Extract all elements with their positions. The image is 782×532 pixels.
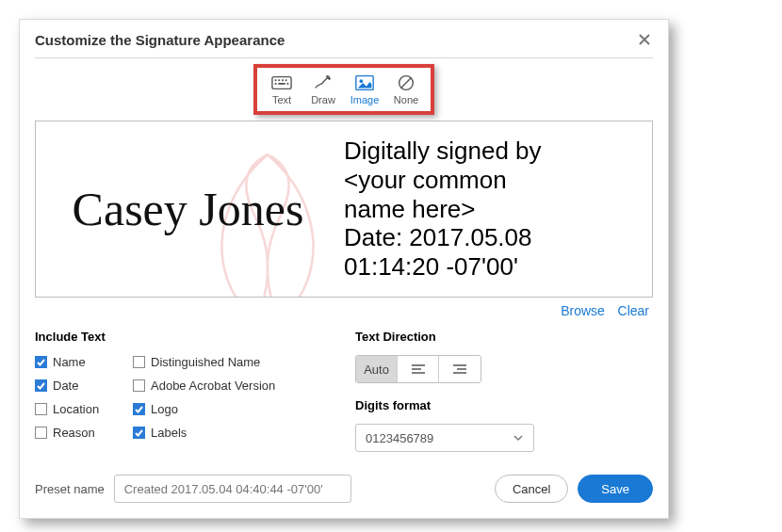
mode-image-label: Image bbox=[350, 94, 380, 105]
checkbox-icon bbox=[35, 379, 47, 392]
preview-line: Digitally signed by bbox=[344, 137, 648, 166]
svg-rect-7 bbox=[287, 83, 289, 85]
save-button[interactable]: Save bbox=[578, 475, 653, 503]
draw-icon bbox=[313, 73, 334, 92]
checkbox-label: Adobe Acrobat Version bbox=[151, 379, 275, 393]
checkbox-label: Distinguished Name bbox=[151, 355, 260, 369]
svg-rect-3 bbox=[282, 79, 284, 81]
preview-links: Browse Clear bbox=[35, 298, 653, 330]
checkbox-icon bbox=[133, 356, 145, 368]
checkbox-label: Name bbox=[53, 355, 86, 369]
checkbox-reason[interactable]: Reason bbox=[35, 426, 133, 440]
cancel-button[interactable]: Cancel bbox=[495, 475, 568, 503]
checkbox-icon bbox=[133, 403, 145, 415]
checkbox-label: Location bbox=[53, 402, 99, 416]
dialog-header: Customize the Signature Appearance bbox=[35, 31, 653, 58]
mode-image[interactable]: Image bbox=[344, 70, 385, 109]
align-rtl-icon bbox=[451, 363, 468, 376]
close-icon bbox=[636, 31, 653, 48]
close-button[interactable] bbox=[636, 31, 653, 48]
checkbox-icon bbox=[133, 379, 145, 392]
mode-text[interactable]: Text bbox=[261, 70, 302, 109]
preview-line: name here> bbox=[344, 195, 648, 224]
svg-rect-5 bbox=[275, 83, 277, 85]
checkbox-label: Reason bbox=[53, 426, 95, 440]
digits-format-heading: Digits format bbox=[355, 398, 653, 412]
svg-rect-4 bbox=[285, 79, 287, 81]
none-icon bbox=[396, 73, 416, 92]
checkbox-logo[interactable]: Logo bbox=[133, 402, 275, 416]
mode-draw[interactable]: Draw bbox=[302, 70, 344, 109]
image-icon bbox=[354, 73, 375, 92]
signature-name-text: Casey Jones bbox=[73, 182, 304, 236]
text-direction-rtl[interactable] bbox=[439, 356, 481, 382]
include-text-heading: Include Text bbox=[35, 330, 355, 344]
checkbox-name[interactable]: Name bbox=[35, 355, 133, 369]
signature-appearance-dialog: Customize the Signature Appearance Text … bbox=[19, 19, 669, 519]
text-direction-heading: Text Direction bbox=[355, 330, 653, 344]
keyboard-icon bbox=[271, 73, 292, 92]
dialog-title: Customize the Signature Appearance bbox=[35, 32, 285, 48]
text-direction-section: Text Direction Auto bbox=[355, 330, 653, 452]
checkbox-version[interactable]: Adobe Acrobat Version bbox=[133, 379, 275, 393]
preview-line: <your common bbox=[344, 166, 648, 195]
preview-line: Date: 2017.05.08 bbox=[344, 223, 648, 252]
preview-details-area: Digitally signed by <your common name he… bbox=[340, 121, 652, 297]
text-direction-auto[interactable]: Auto bbox=[356, 356, 398, 382]
browse-link[interactable]: Browse bbox=[561, 303, 605, 318]
svg-rect-2 bbox=[278, 79, 280, 81]
preset-name-value: Created 2017.05.04 04:40:44 -07'00' bbox=[124, 482, 323, 496]
checkbox-label: Logo bbox=[151, 402, 178, 416]
text-direction-auto-label: Auto bbox=[364, 363, 389, 377]
mode-draw-label: Draw bbox=[311, 94, 335, 105]
svg-rect-6 bbox=[278, 83, 285, 85]
mode-none[interactable]: None bbox=[385, 70, 427, 109]
dialog-footer: Preset name Created 2017.05.04 04:40:44 … bbox=[35, 475, 653, 503]
include-text-section: Include Text Name Date Location bbox=[35, 330, 355, 452]
mode-selector-row: Text Draw Image bbox=[35, 64, 653, 115]
checkbox-location[interactable]: Location bbox=[35, 402, 133, 416]
checkbox-distinguished-name[interactable]: Distinguished Name bbox=[133, 355, 275, 369]
checkbox-label: Date bbox=[53, 379, 78, 393]
signature-preview: Casey Jones Digitally signed by <your co… bbox=[35, 121, 653, 298]
text-direction-ltr[interactable] bbox=[398, 356, 439, 382]
svg-rect-1 bbox=[275, 79, 277, 81]
clear-link[interactable]: Clear bbox=[618, 303, 649, 318]
mode-text-label: Text bbox=[272, 94, 291, 105]
checkbox-icon bbox=[35, 403, 47, 415]
options-area: Include Text Name Date Location bbox=[35, 330, 653, 452]
checkbox-icon bbox=[35, 356, 47, 368]
svg-point-9 bbox=[360, 79, 364, 83]
checkbox-icon bbox=[133, 427, 145, 439]
text-direction-group: Auto bbox=[355, 355, 481, 383]
digits-format-value: 0123456789 bbox=[366, 431, 433, 445]
preset-name-label: Preset name bbox=[35, 482, 105, 496]
mode-none-label: None bbox=[394, 94, 418, 105]
digits-format-select[interactable]: 0123456789 bbox=[355, 424, 534, 452]
chevron-down-icon bbox=[513, 432, 524, 443]
checkbox-labels[interactable]: Labels bbox=[133, 426, 275, 440]
preview-name-area: Casey Jones bbox=[36, 121, 340, 297]
checkbox-label: Labels bbox=[151, 426, 187, 440]
preset-name-input[interactable]: Created 2017.05.04 04:40:44 -07'00' bbox=[114, 475, 351, 503]
checkbox-icon bbox=[35, 427, 47, 439]
svg-line-11 bbox=[401, 78, 412, 89]
preview-line: 01:14:20 -07'00' bbox=[344, 252, 648, 282]
cancel-button-label: Cancel bbox=[513, 482, 550, 496]
checkbox-date[interactable]: Date bbox=[35, 379, 133, 393]
align-ltr-icon bbox=[410, 363, 427, 376]
save-button-label: Save bbox=[601, 482, 629, 496]
mode-selector-highlight: Text Draw Image bbox=[253, 64, 434, 115]
